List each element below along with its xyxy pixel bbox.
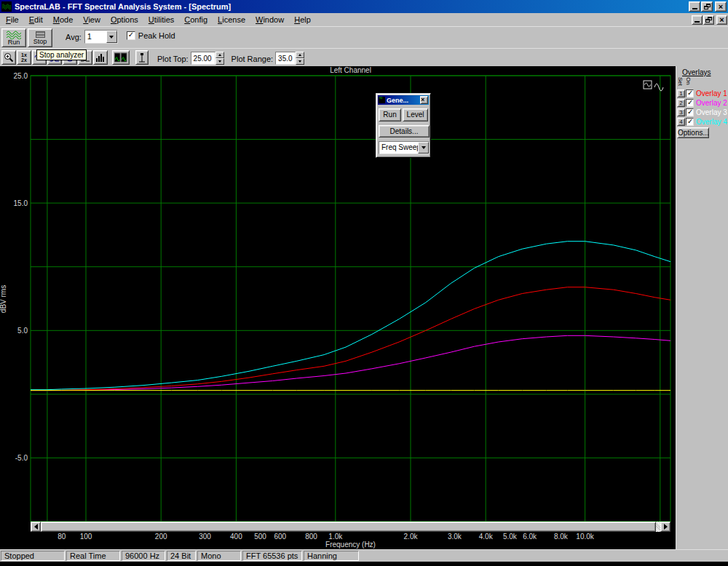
y-tick-label: 25.0 <box>14 72 28 80</box>
mdi-close-button[interactable]: × <box>716 15 727 25</box>
menubar: FileEditModeViewOptionsUtilitiesConfigLi… <box>0 13 728 26</box>
client-background <box>0 66 676 549</box>
scroll-left-button[interactable] <box>31 522 41 532</box>
main-toolbar: Run Stop Avg: 1 Peak Hold <box>0 26 728 48</box>
close-button[interactable]: × <box>715 1 727 12</box>
restore-button[interactable] <box>701 1 713 12</box>
generator-dialog-titlebar[interactable]: Gene... × <box>378 95 429 105</box>
status-24-bit: 24 Bit <box>167 551 196 561</box>
menu-help[interactable]: Help <box>289 14 316 25</box>
dropdown-arrow-icon[interactable] <box>418 142 429 154</box>
menu-options[interactable]: Options <box>106 14 143 25</box>
dual-display-icon <box>114 52 127 63</box>
x-tick-label: 1.0k <box>328 533 343 541</box>
dual-display-button[interactable] <box>112 50 130 65</box>
x-tick-label: 10.0k <box>576 533 594 541</box>
menu-file[interactable]: File <box>1 14 24 25</box>
scrollbar-thumb[interactable] <box>41 522 656 532</box>
run-button[interactable]: Run <box>1 28 26 47</box>
generator-signal-value: Freq Sweep <box>379 142 418 154</box>
x-tick-label: 500 <box>254 533 266 541</box>
dropdown-arrow-icon[interactable] <box>106 31 117 43</box>
window-title: SpectraLAB - FFT Spectral Analysis Syste… <box>15 2 688 11</box>
zoom-in-button[interactable] <box>1 50 16 65</box>
overlay-label-2: Overlay 2 <box>696 99 727 107</box>
generator-close-button[interactable]: × <box>420 96 428 104</box>
app-icon <box>1 1 12 12</box>
plot-range-label: Plot Range: <box>232 55 273 63</box>
overlay-label-3: Overlay 3 <box>696 108 727 116</box>
zoom-1x-2x-button[interactable]: 1x 2x <box>17 50 31 65</box>
overlay-on-checkbox-4[interactable] <box>686 118 694 126</box>
on-column-header: On <box>685 77 692 85</box>
menu-utilities[interactable]: Utilities <box>143 14 179 25</box>
x-tick-label: 400 <box>230 533 242 541</box>
generator-level-button[interactable]: Level <box>403 108 428 121</box>
x-tick-label: 300 <box>199 533 211 541</box>
spin-up-button[interactable] <box>296 52 304 58</box>
plot-toolbar: 1x 2x <box>0 48 728 66</box>
plot-top-value[interactable]: 25.00 <box>191 52 215 65</box>
titlebar[interactable]: SpectraLAB - FFT Spectral Analysis Syste… <box>0 0 728 13</box>
status-stopped: Stopped <box>1 551 65 561</box>
x-tick-label: 600 <box>274 533 286 541</box>
x-tick-label: 5.0k <box>503 533 518 541</box>
bar-graph-button[interactable] <box>93 50 108 65</box>
overlays-title: Overlays <box>676 66 728 76</box>
overlay-set-button-4[interactable]: 4 <box>677 118 685 126</box>
spin-down-button[interactable] <box>215 58 224 65</box>
x-tick-label: 8.0k <box>554 533 569 541</box>
overlay-on-checkbox-2[interactable] <box>686 99 694 107</box>
stop-button-label: Stop <box>33 39 47 45</box>
stop-button[interactable]: Stop <box>28 28 52 47</box>
menu-license[interactable]: License <box>213 14 250 25</box>
spin-down-button[interactable] <box>296 58 304 65</box>
overlay-on-checkbox-1[interactable] <box>686 89 694 97</box>
menu-view[interactable]: View <box>78 14 106 25</box>
right-arrow-icon <box>664 524 668 530</box>
marker-tool-button[interactable] <box>135 50 149 65</box>
avg-select[interactable]: 1 <box>84 30 118 44</box>
overlay-set-button-1[interactable]: 1 <box>677 89 685 97</box>
avg-value: 1 <box>85 31 106 43</box>
generator-run-button[interactable]: Run <box>379 108 401 121</box>
generator-signal-select[interactable]: Freq Sweep <box>379 141 430 154</box>
generator-dialog-title: Gene... <box>387 97 420 104</box>
zoom-toggle-icon: 1x 2x <box>21 52 27 63</box>
overlays-panel: Overlays Set On 1Overlay 12Overlay 23Ove… <box>676 66 728 549</box>
menu-mode[interactable]: Mode <box>48 14 79 25</box>
spin-up-button[interactable] <box>215 52 224 58</box>
avg-label: Avg: <box>66 33 82 41</box>
mdi-minimize-button[interactable] <box>692 15 703 25</box>
overlay-label-4: Overlay 4 <box>696 118 727 126</box>
menu-config[interactable]: Config <box>179 14 213 25</box>
plot-range-spinner[interactable]: 35.0 <box>275 52 304 65</box>
x-tick-label: 800 <box>305 533 317 541</box>
menu-edit[interactable]: Edit <box>24 14 48 25</box>
overlay-options-button[interactable]: Options... <box>677 127 709 138</box>
peak-hold-checkbox[interactable]: Peak Hold <box>127 31 175 40</box>
y-tick-label: 15.0 <box>14 199 28 207</box>
desktop-strip <box>0 562 728 566</box>
generator-details-button[interactable]: Details... <box>379 125 430 137</box>
minimize-button[interactable] <box>689 1 700 12</box>
overlay-row-1: 1Overlay 1 <box>677 89 727 98</box>
overlay-set-button-3[interactable]: 3 <box>677 108 685 116</box>
plot-range-value[interactable]: 35.0 <box>275 52 296 65</box>
spectrum-plot[interactable]: Left Channel25.015.05.0-5.08010020030040… <box>0 66 676 549</box>
overlay-on-checkbox-3[interactable] <box>686 108 694 116</box>
status-real-time: Real Time <box>66 551 120 561</box>
plot-top-spinner[interactable]: 25.00 <box>191 52 224 65</box>
magnifier-plus-icon <box>4 52 14 63</box>
status-hanning: Hanning <box>304 551 359 561</box>
generator-dialog-icon <box>379 97 385 103</box>
status-fft-65536-pts: FFT 65536 pts <box>242 551 302 561</box>
plot-horizontal-scrollbar[interactable] <box>31 522 670 532</box>
minimize-icon <box>695 21 700 23</box>
overlay-row-4: 4Overlay 4 <box>677 117 727 127</box>
menu-window[interactable]: Window <box>250 14 289 25</box>
mdi-restore-button[interactable] <box>703 15 714 25</box>
overlay-set-button-2[interactable]: 2 <box>677 99 685 107</box>
scroll-right-button[interactable] <box>660 522 670 532</box>
set-column-header: Set <box>677 77 684 86</box>
